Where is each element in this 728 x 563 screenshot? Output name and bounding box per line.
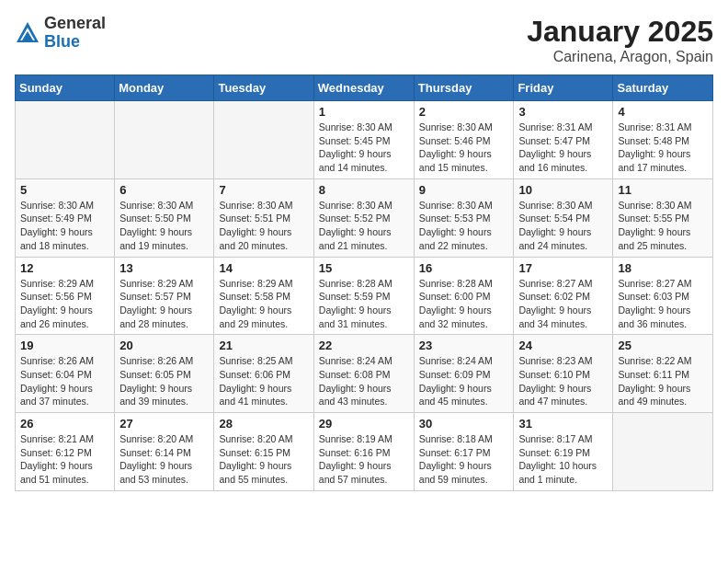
empty-cell <box>613 413 713 491</box>
day-number: 1 <box>319 105 409 119</box>
day-cell-2: 2Sunrise: 8:30 AM Sunset: 5:46 PM Daylig… <box>414 101 514 179</box>
day-info: Sunrise: 8:19 AM Sunset: 6:16 PM Dayligh… <box>319 432 409 487</box>
day-number: 23 <box>419 339 509 352</box>
day-info: Sunrise: 8:30 AM Sunset: 5:55 PM Dayligh… <box>618 199 708 253</box>
day-cell-31: 31Sunrise: 8:17 AM Sunset: 6:19 PM Dayli… <box>514 413 613 491</box>
day-number: 24 <box>518 339 608 352</box>
day-info: Sunrise: 8:31 AM Sunset: 5:48 PM Dayligh… <box>618 121 708 175</box>
day-cell-27: 27Sunrise: 8:20 AM Sunset: 6:14 PM Dayli… <box>115 413 214 491</box>
weekday-header-sunday: Sunday <box>16 75 115 101</box>
calendar-table: SundayMondayTuesdayWednesdayThursdayFrid… <box>15 75 713 491</box>
day-number: 25 <box>618 339 708 352</box>
day-number: 19 <box>20 339 109 352</box>
day-cell-23: 23Sunrise: 8:24 AM Sunset: 6:09 PM Dayli… <box>414 335 514 413</box>
day-cell-11: 11Sunrise: 8:30 AM Sunset: 5:55 PM Dayli… <box>613 178 713 257</box>
day-info: Sunrise: 8:20 AM Sunset: 6:14 PM Dayligh… <box>119 432 209 487</box>
day-info: Sunrise: 8:27 AM Sunset: 6:03 PM Dayligh… <box>618 277 708 331</box>
day-number: 7 <box>219 183 308 197</box>
day-cell-3: 3Sunrise: 8:31 AM Sunset: 5:47 PM Daylig… <box>514 101 613 179</box>
logo-icon <box>15 20 40 46</box>
day-cell-14: 14Sunrise: 8:29 AM Sunset: 5:58 PM Dayli… <box>214 257 313 335</box>
weekday-header-saturday: Saturday <box>613 75 713 101</box>
day-info: Sunrise: 8:24 AM Sunset: 6:08 PM Dayligh… <box>319 354 409 408</box>
day-number: 22 <box>319 339 409 352</box>
day-info: Sunrise: 8:21 AM Sunset: 6:12 PM Dayligh… <box>20 432 109 487</box>
month-title: January 2025 <box>527 15 713 49</box>
week-row-4: 19Sunrise: 8:26 AM Sunset: 6:04 PM Dayli… <box>16 335 713 413</box>
empty-cell <box>16 101 115 179</box>
day-info: Sunrise: 8:28 AM Sunset: 5:59 PM Dayligh… <box>319 277 409 331</box>
day-cell-13: 13Sunrise: 8:29 AM Sunset: 5:57 PM Dayli… <box>115 257 214 335</box>
day-info: Sunrise: 8:30 AM Sunset: 5:49 PM Dayligh… <box>20 199 109 253</box>
day-cell-12: 12Sunrise: 8:29 AM Sunset: 5:56 PM Dayli… <box>16 257 115 335</box>
day-number: 14 <box>219 261 308 275</box>
day-info: Sunrise: 8:30 AM Sunset: 5:46 PM Dayligh… <box>419 121 509 175</box>
day-number: 10 <box>518 183 608 197</box>
day-cell-30: 30Sunrise: 8:18 AM Sunset: 6:17 PM Dayli… <box>414 413 514 491</box>
weekday-header-row: SundayMondayTuesdayWednesdayThursdayFrid… <box>16 75 713 101</box>
day-cell-8: 8Sunrise: 8:30 AM Sunset: 5:52 PM Daylig… <box>313 178 414 257</box>
day-number: 27 <box>119 417 209 431</box>
day-info: Sunrise: 8:30 AM Sunset: 5:50 PM Dayligh… <box>119 199 209 253</box>
day-number: 16 <box>419 261 509 275</box>
day-info: Sunrise: 8:30 AM Sunset: 5:52 PM Dayligh… <box>319 199 409 253</box>
day-info: Sunrise: 8:26 AM Sunset: 6:04 PM Dayligh… <box>20 354 109 408</box>
day-number: 15 <box>319 261 409 275</box>
day-cell-28: 28Sunrise: 8:20 AM Sunset: 6:15 PM Dayli… <box>214 413 313 491</box>
day-cell-22: 22Sunrise: 8:24 AM Sunset: 6:08 PM Dayli… <box>313 335 414 413</box>
day-number: 9 <box>419 183 509 197</box>
day-number: 20 <box>119 339 209 352</box>
day-number: 29 <box>319 417 409 431</box>
week-row-5: 26Sunrise: 8:21 AM Sunset: 6:12 PM Dayli… <box>16 413 713 491</box>
day-cell-24: 24Sunrise: 8:23 AM Sunset: 6:10 PM Dayli… <box>514 335 613 413</box>
day-cell-21: 21Sunrise: 8:25 AM Sunset: 6:06 PM Dayli… <box>214 335 313 413</box>
day-cell-15: 15Sunrise: 8:28 AM Sunset: 5:59 PM Dayli… <box>313 257 414 335</box>
location-title: Carinena, Aragon, Spain <box>527 49 713 65</box>
logo-text: General Blue <box>44 15 106 52</box>
logo-blue: Blue <box>44 32 80 51</box>
day-info: Sunrise: 8:30 AM Sunset: 5:51 PM Dayligh… <box>219 199 308 253</box>
day-cell-5: 5Sunrise: 8:30 AM Sunset: 5:49 PM Daylig… <box>16 178 115 257</box>
day-info: Sunrise: 8:24 AM Sunset: 6:09 PM Dayligh… <box>419 354 509 408</box>
empty-cell <box>115 101 214 179</box>
day-cell-19: 19Sunrise: 8:26 AM Sunset: 6:04 PM Dayli… <box>16 335 115 413</box>
day-cell-26: 26Sunrise: 8:21 AM Sunset: 6:12 PM Dayli… <box>16 413 115 491</box>
week-row-1: 1Sunrise: 8:30 AM Sunset: 5:45 PM Daylig… <box>16 101 713 179</box>
day-info: Sunrise: 8:25 AM Sunset: 6:06 PM Dayligh… <box>219 354 308 408</box>
day-info: Sunrise: 8:18 AM Sunset: 6:17 PM Dayligh… <box>419 432 509 487</box>
logo-general: General <box>44 14 106 32</box>
day-info: Sunrise: 8:30 AM Sunset: 5:53 PM Dayligh… <box>419 199 509 253</box>
day-cell-9: 9Sunrise: 8:30 AM Sunset: 5:53 PM Daylig… <box>414 178 514 257</box>
day-cell-1: 1Sunrise: 8:30 AM Sunset: 5:45 PM Daylig… <box>313 101 414 179</box>
day-info: Sunrise: 8:27 AM Sunset: 6:02 PM Dayligh… <box>518 277 608 331</box>
day-info: Sunrise: 8:22 AM Sunset: 6:11 PM Dayligh… <box>618 354 708 408</box>
day-info: Sunrise: 8:29 AM Sunset: 5:58 PM Dayligh… <box>219 277 308 331</box>
day-info: Sunrise: 8:26 AM Sunset: 6:05 PM Dayligh… <box>119 354 209 408</box>
day-info: Sunrise: 8:29 AM Sunset: 5:57 PM Dayligh… <box>119 277 209 331</box>
logo: General Blue <box>15 15 106 52</box>
day-cell-7: 7Sunrise: 8:30 AM Sunset: 5:51 PM Daylig… <box>214 178 313 257</box>
week-row-2: 5Sunrise: 8:30 AM Sunset: 5:49 PM Daylig… <box>16 178 713 257</box>
day-cell-16: 16Sunrise: 8:28 AM Sunset: 6:00 PM Dayli… <box>414 257 514 335</box>
day-cell-25: 25Sunrise: 8:22 AM Sunset: 6:11 PM Dayli… <box>613 335 713 413</box>
day-number: 26 <box>20 417 109 431</box>
day-number: 18 <box>618 261 708 275</box>
day-cell-29: 29Sunrise: 8:19 AM Sunset: 6:16 PM Dayli… <box>313 413 414 491</box>
day-cell-10: 10Sunrise: 8:30 AM Sunset: 5:54 PM Dayli… <box>514 178 613 257</box>
day-info: Sunrise: 8:17 AM Sunset: 6:19 PM Dayligh… <box>518 432 608 487</box>
weekday-header-wednesday: Wednesday <box>313 75 414 101</box>
day-number: 30 <box>419 417 509 431</box>
day-cell-4: 4Sunrise: 8:31 AM Sunset: 5:48 PM Daylig… <box>613 101 713 179</box>
day-number: 8 <box>319 183 409 197</box>
day-info: Sunrise: 8:29 AM Sunset: 5:56 PM Dayligh… <box>20 277 109 331</box>
day-number: 6 <box>119 183 209 197</box>
day-info: Sunrise: 8:28 AM Sunset: 6:00 PM Dayligh… <box>419 277 509 331</box>
empty-cell <box>214 101 313 179</box>
day-cell-20: 20Sunrise: 8:26 AM Sunset: 6:05 PM Dayli… <box>115 335 214 413</box>
day-info: Sunrise: 8:20 AM Sunset: 6:15 PM Dayligh… <box>219 432 308 487</box>
day-info: Sunrise: 8:30 AM Sunset: 5:45 PM Dayligh… <box>319 121 409 175</box>
day-number: 13 <box>119 261 209 275</box>
day-number: 4 <box>618 105 708 119</box>
day-number: 28 <box>219 417 308 431</box>
day-number: 12 <box>20 261 109 275</box>
